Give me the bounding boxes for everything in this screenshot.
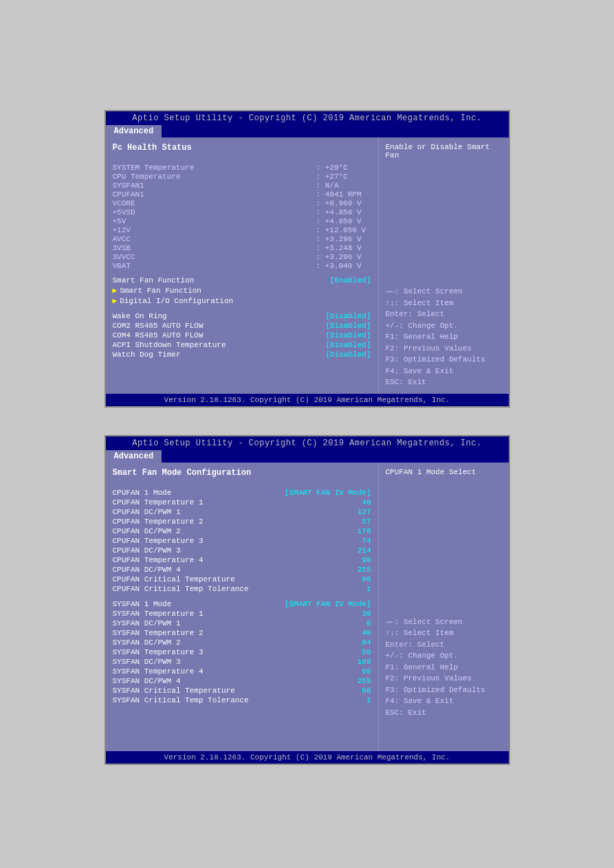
key-prev-values: F2: Previous Values: [386, 673, 502, 685]
screen1-row-system-temp: SYSTEM Temperature : +29°C: [113, 164, 371, 172]
key-select-item: ↑↓: Select Item: [386, 627, 502, 639]
screen1-row-vcore: VCORE : +0.960 V: [113, 199, 371, 208]
screen1-header: Aptio Setup Utility - Copyright (C) 2019…: [106, 111, 509, 125]
key-prev-values: F2: Previous Values: [386, 343, 502, 355]
screen1-footer: Version 2.18.1263. Copyright (C) 2019 Am…: [106, 394, 509, 406]
screen2-cpufan-critical-tolerance[interactable]: CPUFAN Critical Temp Tolerance 1: [113, 585, 371, 593]
screen1-sidebar-help: Enable or Disable Smart Fan: [386, 143, 502, 159]
screen1-row-3vvcc: 3VVCC : +3.296 V: [113, 253, 371, 261]
key-save-exit: F4: Save & Exit: [386, 695, 502, 707]
screen2-body: Smart Fan Mode Configuration CPUFAN 1 Mo…: [106, 463, 509, 751]
key-esc: ESC: Exit: [386, 377, 502, 388]
bios-screen-1: Aptio Setup Utility - Copyright (C) 2019…: [105, 110, 510, 408]
screen2-sysfan-dcpwm2[interactable]: SYSFAN DC/PWM 2 84: [113, 638, 371, 647]
screen2-sysfan1-mode[interactable]: SYSFAN 1 Mode [SMART FAN IV Mode]: [113, 600, 371, 608]
screen1-sidebar: Enable or Disable Smart Fan →←: Select S…: [378, 137, 509, 394]
screen1-row-sysfan1: SYSFAN1 : N/A: [113, 181, 371, 190]
bios-screen-2: Aptio Setup Utility - Copyright (C) 2019…: [105, 435, 510, 765]
screen1-body: Pc Health Status SYSTEM Temperature : +2…: [106, 137, 509, 394]
screen2-cpufan-temp1[interactable]: CPUFAN Temperature 1 40: [113, 498, 371, 507]
key-esc: ESC: Exit: [386, 707, 502, 719]
key-general-help: F1: General Help: [386, 662, 502, 674]
screen1-wake-on-ring[interactable]: Wake On Ring [Disabled]: [113, 312, 371, 320]
screen2-sysfan-critical-tolerance[interactable]: SYSFAN Critical Temp Tolerance 1: [113, 696, 371, 704]
screen2-sidebar-help: CPUFAN 1 Mode Select: [386, 468, 502, 476]
key-select-screen: →←: Select Screen: [386, 616, 502, 628]
screen2-header: Aptio Setup Utility - Copyright (C) 2019…: [106, 436, 509, 450]
key-select-item: ↑↓: Select Item: [386, 298, 502, 309]
screen2-cpufan-temp4[interactable]: CPUFAN Temperature 4 90: [113, 556, 371, 564]
screen1-value-system-temp: : +29°C: [316, 164, 371, 172]
screen2-cpufan-dcpwm4[interactable]: CPUFAN DC/PWM 4 255: [113, 566, 371, 574]
screen2-sysfan-dcpwm1[interactable]: SYSFAN DC/PWM 1 0: [113, 619, 371, 627]
screen2-key-help: →←: Select Screen ↑↓: Select Item Enter:…: [386, 616, 502, 719]
screen2-cpufan-critical-temp[interactable]: CPUFAN Critical Temperature 90: [113, 575, 371, 583]
screen2-section-title: Smart Fan Mode Configuration: [113, 468, 371, 478]
key-opt-defaults: F3: Optimized Defaults: [386, 685, 502, 696]
screen2-tab-advanced[interactable]: Advanced: [106, 450, 162, 463]
screen2-sysfan-dcpwm4[interactable]: SYSFAN DC/PWM 4 255: [113, 677, 371, 685]
screen2-sysfan-dcpwm3[interactable]: SYSFAN DC/PWM 3 168: [113, 658, 371, 666]
screen1-row-cpu-temp: CPU Temperature : +27°C: [113, 173, 371, 181]
screen1-smart-fan-function-status: Smart Fan Function [Enabled]: [113, 276, 371, 285]
screen1-row-3vsb: 3VSB : +3.248 V: [113, 244, 371, 252]
screen1-watchdog[interactable]: Watch Dog Timer [Disabled]: [113, 350, 371, 359]
screen2-cpufan-dcpwm3[interactable]: CPUFAN DC/PWM 3 214: [113, 546, 371, 555]
screen2-footer: Version 2.18.1263. Copyright (C) 2019 Am…: [106, 751, 509, 764]
screen1-acpi-shutdown[interactable]: ACPI Shutdown Temperature [Disabled]: [113, 341, 371, 349]
screen1-key-help: →←: Select Screen ↑↓: Select Item Enter:…: [386, 286, 502, 388]
screen1-com2-rs485[interactable]: COM2 RS485 AUTO FLOW [Disabled]: [113, 322, 371, 330]
screen1-main: Pc Health Status SYSTEM Temperature : +2…: [106, 137, 378, 394]
screen2-sysfan-temp3[interactable]: SYSFAN Temperature 3 50: [113, 648, 371, 656]
screen2-main: Smart Fan Mode Configuration CPUFAN 1 Mo…: [106, 463, 378, 751]
screen2-tab-row: Advanced: [106, 450, 509, 463]
screen2-cpufan1-mode[interactable]: CPUFAN 1 Mode [SMART FAN IV Mode]: [113, 489, 371, 497]
screen2-cpufan-dcpwm2[interactable]: CPUFAN DC/PWM 2 170: [113, 527, 371, 535]
screen1-row-avcc: AVCC : +3.296 V: [113, 235, 371, 243]
screen2-cpufan-dcpwm1[interactable]: CPUFAN DC/PWM 1 127: [113, 508, 371, 516]
key-select-screen: →←: Select Screen: [386, 286, 502, 298]
key-enter: Enter: Select: [386, 309, 502, 320]
screen2-sysfan-critical-temp[interactable]: SYSFAN Critical Temperature 90: [113, 687, 371, 695]
screen2-sysfan-temp2[interactable]: SYSFAN Temperature 2 40: [113, 629, 371, 637]
key-enter: Enter: Select: [386, 639, 502, 651]
screen1-section-title: Pc Health Status: [113, 143, 371, 153]
screen1-row-cpufan1: CPUFAN1 : 4041 RPM: [113, 190, 371, 199]
screen2-cpufan-temp2[interactable]: CPUFAN Temperature 2 57: [113, 518, 371, 526]
key-change-opt: +/-: Change Opt.: [386, 320, 502, 332]
key-change-opt: +/-: Change Opt.: [386, 650, 502, 662]
screen2-sysfan-temp4[interactable]: SYSFAN Temperature 4 60: [113, 667, 371, 676]
screen1-tab-advanced[interactable]: Advanced: [106, 125, 162, 137]
screen1-digital-io-menu[interactable]: ▶ Digital I/O Configuration: [113, 296, 371, 305]
screen1-smart-fan-function-menu[interactable]: ▶ Smart Fan Function: [113, 286, 371, 295]
arrow-icon: ▶: [113, 296, 118, 305]
screen1-com4-rs485[interactable]: COM4 RS485 AUTO FLOW [Disabled]: [113, 331, 371, 340]
key-general-help: F1: General Help: [386, 331, 502, 343]
screen1-label-system-temp: SYSTEM Temperature: [113, 164, 223, 172]
key-opt-defaults: F3: Optimized Defaults: [386, 354, 502, 366]
key-save-exit: F4: Save & Exit: [386, 366, 502, 377]
screen1-row-5v: +5V : +4.850 V: [113, 217, 371, 225]
arrow-icon: ▶: [113, 286, 118, 295]
screen1-row-5vsd: +5VSD : +4.850 V: [113, 208, 371, 216]
screen1-row-vbat: VBAT : +3.040 V: [113, 262, 371, 270]
screen2-sysfan-temp1[interactable]: SYSFAN Temperature 1 30: [113, 610, 371, 618]
screen1-tab-row: Advanced: [106, 125, 509, 137]
screen1-row-12v: +12V : +12.050 V: [113, 226, 371, 234]
screen2-cpufan-temp3[interactable]: CPUFAN Temperature 3 74: [113, 537, 371, 545]
screen2-sidebar: CPUFAN 1 Mode Select →←: Select Screen ↑…: [378, 463, 509, 751]
